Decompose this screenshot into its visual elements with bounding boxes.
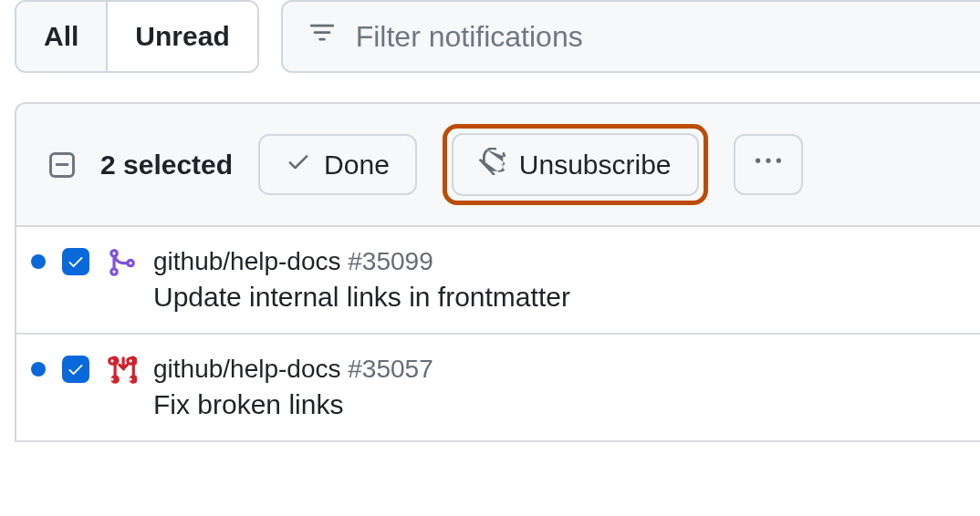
filter-input[interactable]: Filter notifications [281,0,980,73]
repo-ref: github/help-docs #35057 [153,355,433,384]
repo-name: github/help-docs [153,355,340,383]
git-merge-icon [106,247,137,278]
check-icon [286,149,311,181]
repo-name: github/help-docs [153,247,340,275]
more-actions-button[interactable] [734,134,803,195]
row-checkbox[interactable] [62,356,89,383]
row-checkbox[interactable] [62,248,89,275]
tab-unread[interactable]: Unread [106,2,256,71]
notification-title: Update internal links in frontmatter [153,282,570,313]
row-text: github/help-docs #35099 Update internal … [153,247,570,313]
bulk-action-bar: 2 selected Done Unsubscribe [16,104,980,227]
notification-title: Fix broken links [153,389,433,420]
notifications-panel: 2 selected Done Unsubscribe [15,102,980,442]
unsubscribe-button[interactable]: Unsubscribe [452,133,699,196]
notification-row[interactable]: github/help-docs #35057 Fix broken links [16,335,980,442]
bell-slash-icon [479,148,506,181]
issue-number: #35099 [348,247,433,275]
filter-icon [308,21,336,52]
unsubscribe-label: Unsubscribe [519,150,672,181]
checkmark-icon [67,360,85,378]
checkmark-icon [67,253,85,271]
kebab-icon [756,149,781,181]
unsubscribe-highlight: Unsubscribe [443,124,708,205]
select-all-checkbox[interactable] [49,152,75,178]
repo-ref: github/help-docs #35099 [153,247,570,276]
notification-row[interactable]: github/help-docs #35099 Update internal … [16,227,980,335]
unread-dot-icon [31,254,46,269]
top-row: All Unread Filter notifications [0,0,980,73]
selected-count: 2 selected [100,150,233,181]
filter-placeholder: Filter notifications [356,20,583,54]
unread-dot-icon [31,362,46,377]
row-text: github/help-docs #35057 Fix broken links [153,355,433,420]
done-button[interactable]: Done [258,134,417,195]
inbox-tabs: All Unread [15,0,259,73]
pull-request-icon [106,355,137,386]
issue-number: #35057 [348,355,433,383]
done-label: Done [324,150,390,181]
tab-all[interactable]: All [16,2,106,71]
indeterminate-dash-icon [56,163,68,166]
